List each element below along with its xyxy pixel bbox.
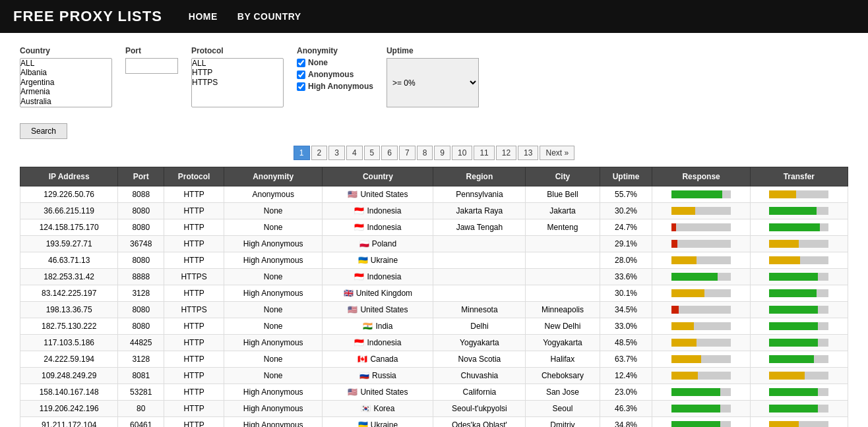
country-option-armenia: Armenia [20, 87, 111, 96]
transfer-cell [750, 351, 848, 368]
anonymity-cell: None [224, 351, 323, 368]
anonymity-high-row: High Anonymous [297, 82, 373, 91]
anonymity-cell: High Anonymous [224, 417, 323, 428]
anonymity-cell: None [224, 318, 323, 335]
response-cell [652, 351, 750, 368]
page-8[interactable]: 8 [417, 146, 433, 160]
country-cell: 🇺🇸United States [323, 186, 433, 203]
page-10[interactable]: 10 [452, 146, 472, 160]
page-4[interactable]: 4 [346, 146, 363, 160]
response-cell [652, 302, 750, 318]
page-1[interactable]: 1 [294, 146, 310, 160]
protocol-cell: HTTP [164, 417, 224, 428]
protocol-cell: HTTP [164, 368, 224, 384]
page-6[interactable]: 6 [381, 146, 398, 160]
uptime-cell: 30.2% [600, 203, 652, 219]
port-input[interactable] [125, 58, 178, 74]
anonymity-label: Anonymity [297, 46, 373, 55]
region-cell: Odes'ka Oblast' [433, 417, 526, 428]
anonymity-anonymous-label: Anonymous [308, 70, 354, 79]
ip-cell: 109.248.249.29 [20, 368, 118, 384]
ip-cell: 129.226.50.76 [20, 186, 118, 203]
protocol-cell: HTTP [164, 252, 224, 269]
protocol-label: Protocol [191, 46, 284, 55]
port-cell: 60461 [118, 417, 164, 428]
country-select[interactable]: ALL Albania Argentina Armenia Australia [20, 58, 112, 107]
country-cell: 🇨🇦Canada [323, 351, 433, 368]
country-cell: 🇵🇱Poland [323, 236, 433, 252]
uptime-cell: 34.5% [600, 302, 652, 318]
port-cell: 80 [118, 401, 164, 417]
region-cell: Pennsylvania [433, 186, 526, 203]
table-row: 193.59.27.7136748HTTPHigh Anonymous🇵🇱Pol… [20, 236, 848, 252]
page-7[interactable]: 7 [399, 146, 416, 160]
port-cell: 8080 [118, 203, 164, 219]
region-cell [433, 252, 526, 269]
ip-cell: 124.158.175.170 [20, 219, 118, 236]
protocol-option-http: HTTP [192, 68, 283, 77]
page-12[interactable]: 12 [496, 146, 516, 160]
col-city: City [526, 167, 600, 186]
country-option-albania: Albania [20, 68, 111, 77]
site-title: FREE PROXY LISTS [13, 8, 162, 25]
col-protocol: Protocol [164, 167, 224, 186]
page-next[interactable]: Next » [540, 146, 574, 160]
page-13[interactable]: 13 [518, 146, 538, 160]
page-5[interactable]: 5 [364, 146, 381, 160]
anonymity-none-checkbox[interactable] [297, 59, 305, 67]
table-row: 182.75.130.2228080HTTPNone🇮🇳IndiaDelhiNe… [20, 318, 848, 335]
country-cell: 🇷🇺Russia [323, 368, 433, 384]
table-row: 124.158.175.1708080HTTPNone🇮🇩IndonesiaJa… [20, 219, 848, 236]
region-cell: Seoul-t'ukpyolsi [433, 401, 526, 417]
port-cell: 44825 [118, 335, 164, 351]
anonymity-anonymous-checkbox[interactable] [297, 71, 305, 79]
ip-cell: 119.206.242.196 [20, 401, 118, 417]
port-cell: 53281 [118, 384, 164, 401]
ip-cell: 24.222.59.194 [20, 351, 118, 368]
anonymity-cell: High Anonymous [224, 401, 323, 417]
anonymity-cell: High Anonymous [224, 335, 323, 351]
col-port: Port [118, 167, 164, 186]
protocol-select[interactable]: ALL HTTP HTTPS [191, 58, 284, 107]
nav-home[interactable]: HOME [189, 11, 218, 22]
city-cell: San Jose [526, 384, 600, 401]
table-row: 198.13.36.758080HTTPSNone🇺🇸United States… [20, 302, 848, 318]
nav-by-country[interactable]: BY COUNTRY [237, 11, 301, 22]
anonymity-high-checkbox[interactable] [297, 82, 305, 91]
port-cell: 8080 [118, 252, 164, 269]
search-button[interactable]: Search [20, 123, 67, 139]
anonymity-cell: High Anonymous [224, 384, 323, 401]
country-cell: 🇺🇸United States [323, 302, 433, 318]
country-option-all: ALL [20, 59, 111, 68]
anonymity-cell: None [224, 302, 323, 318]
region-cell [433, 269, 526, 285]
table-row: 83.142.225.1973128HTTPHigh Anonymous🇬🇧Un… [20, 285, 848, 302]
region-cell: Jakarta Raya [433, 203, 526, 219]
uptime-select[interactable]: >= 0% >= 10% >= 20% >= 50% [387, 58, 479, 107]
uptime-cell: 33.6% [600, 269, 652, 285]
filters-section: Country ALL Albania Argentina Armenia Au… [20, 46, 848, 107]
page-3[interactable]: 3 [328, 146, 345, 160]
uptime-cell: 55.7% [600, 186, 652, 203]
city-cell: Cheboksary [526, 368, 600, 384]
anonymity-cell: Anonymous [224, 186, 323, 203]
page-11[interactable]: 11 [474, 146, 494, 160]
page-2[interactable]: 2 [311, 146, 328, 160]
region-cell: Nova Scotia [433, 351, 526, 368]
col-country: Country [323, 167, 433, 186]
anonymity-none-label: None [308, 58, 328, 67]
uptime-cell: 46.3% [600, 401, 652, 417]
header: FREE PROXY LISTS HOME BY COUNTRY [0, 0, 868, 33]
ip-cell: 91.211.172.104 [20, 417, 118, 428]
transfer-cell [750, 302, 848, 318]
transfer-cell [750, 384, 848, 401]
page-9[interactable]: 9 [434, 146, 450, 160]
ip-cell: 83.142.225.197 [20, 285, 118, 302]
uptime-filter: Uptime >= 0% >= 10% >= 20% >= 50% [387, 46, 479, 107]
col-ip: IP Address [20, 167, 118, 186]
col-transfer: Transfer [750, 167, 848, 186]
pagination: 1 2 3 4 5 6 7 8 9 10 11 12 13 Next » [20, 146, 848, 160]
city-cell: Jakarta [526, 203, 600, 219]
anonymity-cell: None [224, 269, 323, 285]
uptime-cell: 34.8% [600, 417, 652, 428]
